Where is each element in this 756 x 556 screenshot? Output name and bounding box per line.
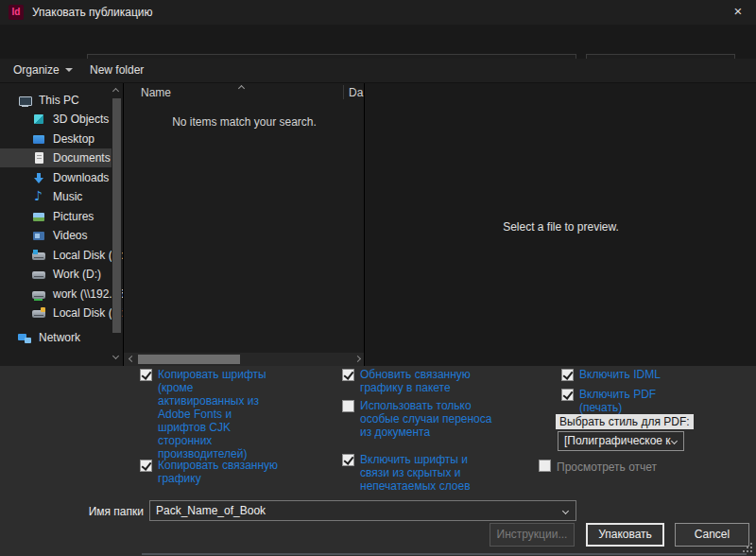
window-title: Упаковать публикацию bbox=[32, 6, 152, 19]
new-folder-button[interactable]: New folder bbox=[90, 63, 144, 77]
system-drive-icon bbox=[32, 250, 46, 262]
folder-name-combo bbox=[149, 500, 576, 521]
download-arrow-icon bbox=[32, 172, 46, 184]
sidebar-item-label: Network bbox=[39, 331, 80, 344]
sidebar-item-label: Downloads bbox=[53, 171, 109, 184]
computer-icon bbox=[18, 95, 32, 107]
date-column-header[interactable]: Da bbox=[349, 86, 363, 99]
sort-ascending-icon bbox=[238, 85, 245, 92]
new-folder-label: New folder bbox=[90, 63, 144, 77]
indesign-app-icon: Id bbox=[9, 5, 24, 20]
navigation-bar: ← → ↑ This PC Documents Book ↻ bbox=[0, 25, 756, 59]
video-icon bbox=[32, 230, 46, 242]
organize-button[interactable]: Organize bbox=[13, 63, 73, 77]
sidebar-item-3d-objects[interactable]: 3D Objects bbox=[0, 110, 112, 129]
sidebar-item-network[interactable]: Network bbox=[0, 328, 112, 347]
scroll-left-icon[interactable] bbox=[129, 356, 135, 362]
pdf-preset-value: [Полиграфическое к bbox=[564, 434, 671, 447]
pdf-preset-label: Выбрать стиль для PDF: bbox=[556, 414, 694, 429]
include-pdf-label[interactable]: Включить PDF (печать) bbox=[579, 388, 662, 414]
scroll-up-icon[interactable] bbox=[112, 88, 119, 95]
sidebar-item-label: Documents bbox=[53, 151, 111, 165]
view-report-checkbox[interactable] bbox=[539, 460, 551, 472]
sidebar-item-documents[interactable]: Documents bbox=[0, 148, 112, 167]
include-pdf-checkbox[interactable] bbox=[561, 389, 574, 401]
sidebar-item-label: Pictures bbox=[53, 210, 94, 223]
music-note-icon bbox=[32, 191, 46, 203]
package-publication-dialog: Id Упаковать публикацию × ← → ↑ This PC … bbox=[0, 0, 756, 556]
copy-linked-graphics-checkbox[interactable] bbox=[140, 460, 152, 472]
sidebar-item-desktop[interactable]: Desktop bbox=[0, 130, 112, 148]
sidebar-item-local-disk-c[interactable]: Local Disk (C:) bbox=[0, 246, 112, 265]
column-divider[interactable] bbox=[343, 85, 344, 99]
preview-empty-message: Select a file to preview. bbox=[365, 220, 756, 234]
include-hidden-layers-label[interactable]: Включить шрифты и связи из скрытых и неп… bbox=[360, 453, 475, 493]
preview-pane: Select a file to preview. bbox=[364, 83, 756, 366]
folder-name-label: Имя папки bbox=[0, 505, 144, 518]
scrollbar-thumb[interactable] bbox=[138, 355, 240, 364]
file-list-pane: Name Da No items match your search. bbox=[123, 83, 364, 366]
cancel-button[interactable]: Cancel bbox=[675, 523, 749, 547]
document-icon bbox=[32, 152, 46, 165]
organize-label: Organize bbox=[13, 63, 60, 77]
sidebar-item-this-pc[interactable]: This PC bbox=[0, 91, 112, 110]
chevron-down-icon bbox=[65, 68, 73, 72]
file-list-horizontal-scrollbar[interactable] bbox=[124, 353, 365, 366]
sidebar-item-label: Work (D:) bbox=[53, 268, 101, 281]
sidebar-item-local-disk-x[interactable]: Local Disk (X:) bbox=[0, 304, 112, 322]
scrollbar-thumb[interactable] bbox=[112, 98, 121, 333]
update-graphic-links-checkbox[interactable] bbox=[342, 369, 354, 381]
window-bottom-edge bbox=[142, 553, 747, 555]
sidebar-item-videos[interactable]: Videos bbox=[0, 226, 112, 245]
sidebar-scrollbar[interactable] bbox=[112, 83, 122, 366]
sidebar-item-label: This PC bbox=[39, 94, 79, 107]
close-button[interactable]: × bbox=[720, 0, 756, 25]
desktop-icon bbox=[32, 133, 46, 146]
chevron-down-icon[interactable] bbox=[562, 508, 569, 514]
network-icon bbox=[18, 332, 32, 344]
view-report-label[interactable]: Просмотреть отчет bbox=[557, 460, 679, 474]
copy-fonts-checkbox[interactable] bbox=[140, 369, 152, 381]
navigation-sidebar: This PC 3D Objects Desktop Documents Dow… bbox=[0, 83, 123, 366]
locked-drive-icon bbox=[32, 307, 46, 320]
3d-cube-icon bbox=[32, 113, 46, 126]
file-list-header: Name Da bbox=[124, 83, 365, 101]
chevron-down-icon bbox=[671, 438, 678, 444]
sidebar-item-downloads[interactable]: Downloads bbox=[0, 168, 112, 187]
folder-name-input[interactable] bbox=[156, 502, 543, 519]
instructions-button[interactable]: Инструкции... bbox=[490, 523, 575, 547]
sidebar-item-label: Music bbox=[53, 190, 82, 203]
copy-fonts-label[interactable]: Копировать шрифты (кроме активированных … bbox=[158, 368, 283, 460]
update-graphic-links-label[interactable]: Обновить связанную графику в пакете bbox=[360, 368, 481, 394]
sidebar-item-label: Desktop bbox=[53, 132, 94, 146]
empty-list-message: No items match your search. bbox=[124, 115, 365, 129]
sidebar-item-work-d[interactable]: Work (D:) bbox=[0, 265, 112, 284]
sidebar-item-pictures[interactable]: Pictures bbox=[0, 207, 112, 226]
scroll-right-icon[interactable] bbox=[354, 356, 361, 362]
drive-icon bbox=[32, 269, 46, 281]
copy-linked-graphics-label[interactable]: Копировать связанную графику bbox=[158, 459, 279, 485]
use-document-hyphenation-checkbox[interactable] bbox=[342, 400, 354, 412]
include-idml-checkbox[interactable] bbox=[561, 369, 574, 381]
command-toolbar: Organize New folder ? bbox=[0, 59, 756, 83]
network-drive-icon bbox=[32, 288, 46, 301]
sidebar-item-network-drive[interactable]: work (\\192.168. bbox=[0, 285, 112, 304]
picture-icon bbox=[32, 211, 46, 223]
include-idml-label[interactable]: Включить IDML bbox=[579, 368, 693, 381]
scroll-down-icon[interactable] bbox=[112, 353, 119, 359]
use-document-hyphenation-label[interactable]: Использовать только особые случаи перено… bbox=[360, 399, 492, 439]
sidebar-item-label: Videos bbox=[53, 229, 87, 242]
pdf-preset-dropdown[interactable]: [Полиграфическое к bbox=[558, 431, 684, 451]
title-bar: Id Упаковать публикацию × bbox=[0, 0, 756, 25]
resize-grip[interactable] bbox=[750, 550, 752, 552]
sidebar-item-label: 3D Objects bbox=[53, 113, 109, 126]
sidebar-item-music[interactable]: Music bbox=[0, 187, 112, 206]
name-column-header[interactable]: Name bbox=[141, 86, 171, 99]
include-hidden-layers-checkbox[interactable] bbox=[342, 454, 354, 466]
package-button[interactable]: Упаковать bbox=[586, 523, 664, 547]
